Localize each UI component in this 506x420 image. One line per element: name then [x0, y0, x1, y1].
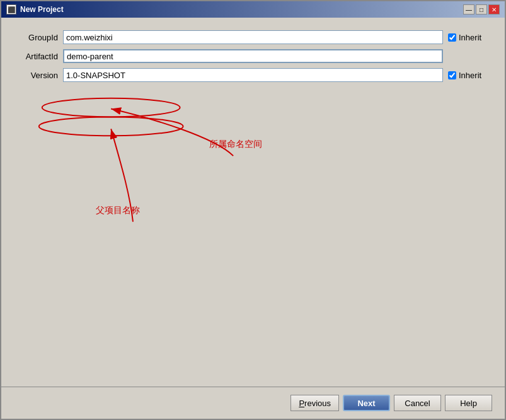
artifactid-label: ArtifactId: [14, 52, 58, 61]
cancel-button[interactable]: Cancel: [394, 395, 441, 411]
next-button[interactable]: Next: [343, 395, 390, 411]
next-label: Next: [357, 399, 375, 408]
svg-point-1: [42, 98, 180, 117]
button-bar: PPreviousrevious Next Cancel Help: [1, 387, 505, 419]
maximize-button[interactable]: □: [476, 4, 487, 15]
help-label: Help: [460, 399, 477, 408]
version-input[interactable]: [63, 68, 443, 82]
groupid-inherit-container: Inherit: [448, 33, 492, 42]
artifactid-row: ArtifactId: [14, 49, 492, 63]
title-bar-left: ⬛ New Project: [6, 4, 64, 15]
groupid-label: GroupId: [14, 33, 58, 42]
parent-annotation: 父项目名称: [96, 205, 140, 216]
previous-label: PPreviousrevious: [299, 399, 331, 408]
cancel-label: Cancel: [405, 399, 430, 408]
new-project-window: ⬛ New Project — □ ✕ GroupId Inherit Art: [0, 0, 506, 420]
svg-point-2: [39, 117, 183, 136]
version-row: Version Inherit: [14, 68, 492, 82]
form-area: GroupId Inherit ArtifactId Version: [14, 30, 492, 82]
title-controls: — □ ✕: [463, 4, 500, 15]
arrows-svg: [14, 88, 492, 380]
version-inherit-checkbox[interactable]: [448, 71, 456, 79]
window-content: GroupId Inherit ArtifactId Version: [1, 18, 505, 387]
groupid-inherit-label: Inherit: [459, 33, 481, 42]
minimize-button[interactable]: —: [463, 4, 474, 15]
groupid-input[interactable]: [63, 30, 443, 44]
namespace-annotation: 所属命名空间: [209, 139, 262, 150]
artifactid-input[interactable]: [63, 49, 443, 63]
version-label: Version: [14, 71, 58, 80]
groupid-row: GroupId Inherit: [14, 30, 492, 44]
version-inherit-container: Inherit: [448, 71, 492, 80]
annotation-area: 所属命名空间 父项目名称: [14, 88, 492, 380]
close-button[interactable]: ✕: [488, 4, 500, 15]
version-inherit-label: Inherit: [459, 71, 481, 80]
window-title: New Project: [20, 5, 64, 14]
window-icon: ⬛: [6, 4, 16, 15]
previous-button[interactable]: PPreviousrevious: [290, 395, 339, 411]
groupid-inherit-checkbox[interactable]: [448, 33, 456, 42]
help-button[interactable]: Help: [445, 395, 492, 411]
title-bar: ⬛ New Project — □ ✕: [1, 1, 505, 18]
